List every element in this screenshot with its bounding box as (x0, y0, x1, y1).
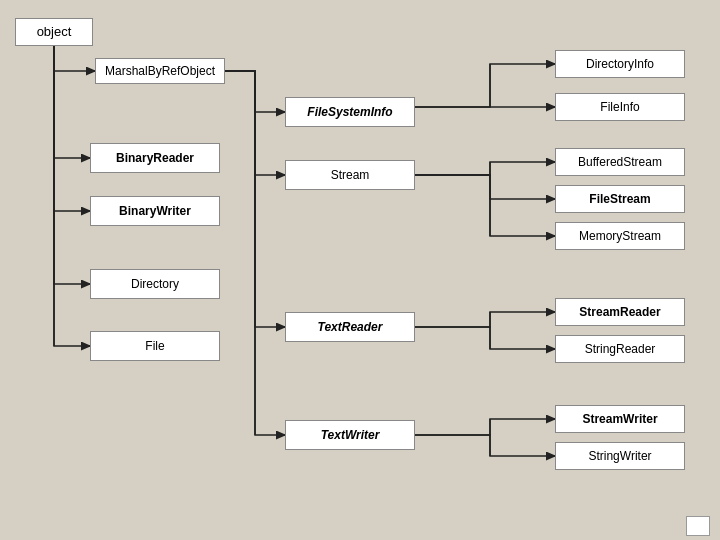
box-file: File (90, 331, 220, 361)
box-stringreader: StringReader (555, 335, 685, 363)
box-filesysteminfo: FileSystemInfo (285, 97, 415, 127)
page-number (686, 516, 710, 536)
box-binaryreader: BinaryReader (90, 143, 220, 173)
box-filestream: FileStream (555, 185, 685, 213)
box-streamreader: StreamReader (555, 298, 685, 326)
box-marshalbyref: MarshalByRefObject (95, 58, 225, 84)
box-directoryinfo: DirectoryInfo (555, 50, 685, 78)
box-bufferedstream: BufferedStream (555, 148, 685, 176)
box-stringwriter: StringWriter (555, 442, 685, 470)
box-streamwriter: StreamWriter (555, 405, 685, 433)
box-stream: Stream (285, 160, 415, 190)
box-memorystream: MemoryStream (555, 222, 685, 250)
box-binarywriter: BinaryWriter (90, 196, 220, 226)
box-fileinfo: FileInfo (555, 93, 685, 121)
box-textwriter: TextWriter (285, 420, 415, 450)
box-textreader: TextReader (285, 312, 415, 342)
box-object: object (15, 18, 93, 46)
box-directory: Directory (90, 269, 220, 299)
